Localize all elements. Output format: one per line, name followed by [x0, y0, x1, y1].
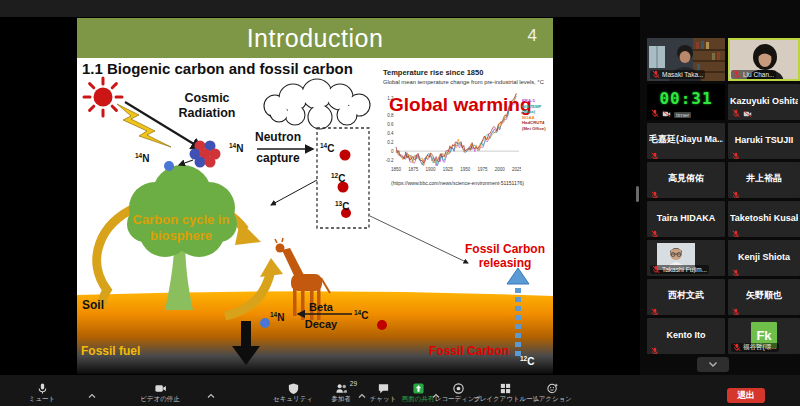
participant-name: Liu Chan...	[743, 71, 774, 78]
participant-tile[interactable]: Haruki TSUJII	[728, 123, 800, 159]
svg-text:1850: 1850	[391, 167, 402, 172]
participant-tile[interactable]: 毛嘉廷(Jiayu Ma...	[647, 123, 725, 159]
tile-status-icons	[651, 186, 659, 195]
participant-tile[interactable]: Fk福谷哲(環...	[728, 318, 800, 354]
participant-tile[interactable]: 高見侑佑	[647, 162, 725, 198]
cloud-icon	[264, 79, 370, 129]
participant-tile[interactable]: 矢野順也	[728, 279, 800, 315]
isotope-14C-label: 14C	[320, 142, 334, 154]
tile-status-icons	[651, 303, 659, 312]
participant-name: 高見侑佑	[649, 172, 723, 185]
participant-tile[interactable]: Liu Chan...	[728, 38, 800, 81]
isotope-12C-label: 12C	[520, 355, 534, 367]
tile-status-icons	[651, 225, 659, 234]
participant-name: Taira HIDAKA	[649, 213, 723, 223]
shield-icon	[287, 382, 300, 395]
timer-display: 00:31	[647, 89, 725, 108]
muted-mic-icon	[651, 230, 659, 237]
svg-text:1900: 1900	[426, 167, 437, 172]
muted-mic-icon	[651, 191, 659, 198]
svg-text:1950: 1950	[460, 167, 471, 172]
window-top-bar	[0, 0, 640, 17]
muted-mic-icon	[732, 308, 740, 315]
participant-name: Kenji Shiota	[730, 252, 798, 262]
carbon-cycle-label: Carbon cycle in biosphere	[122, 212, 240, 243]
muted-mic-icon	[651, 308, 659, 315]
muted-mic-icon	[652, 70, 660, 79]
participant-name: Masaki Taka...	[662, 71, 703, 78]
muted-mic-icon	[732, 152, 740, 159]
beta-decay-label-1: Beta	[299, 301, 343, 313]
participants-panel: Masaki Taka...Liu Chan...00:31timerKazuy…	[640, 0, 800, 375]
isotope-14N-label: 14N	[135, 152, 149, 164]
fossil-carbon-label: Fossil Carbon	[429, 344, 509, 358]
svg-text:2025: 2025	[512, 167, 521, 172]
participant-tile[interactable]: 00:31timer	[647, 84, 725, 120]
participant-name: Takashi Fujim...	[662, 266, 707, 273]
more-participants-button[interactable]	[697, 357, 729, 372]
svg-text:1925: 1925	[443, 167, 454, 172]
neutron-capture-label-2: capture	[247, 151, 309, 165]
participant-name: 西村文武	[649, 289, 723, 302]
participants-scrollbar[interactable]	[636, 186, 639, 202]
tile-status-icons: timer	[651, 109, 691, 118]
participant-tile[interactable]: Masaki Taka...	[647, 38, 725, 81]
global-warming-annotation: Global warming	[389, 94, 532, 116]
isotope-14C-label: 14C	[354, 309, 368, 321]
chart-source-url: (https://www.bbc.com/news/science-enviro…	[391, 180, 524, 186]
beta-decay-label-2: Decay	[296, 318, 346, 330]
participant-tile[interactable]: Takashi Fujim...	[647, 240, 725, 276]
tile-status-icons	[732, 186, 740, 195]
participant-tile[interactable]: Kazuyuki Oshita...	[728, 84, 800, 120]
participant-name: Kento Ito	[649, 330, 723, 340]
toolbar-item-reactions[interactable]: リアクション	[520, 381, 584, 404]
chevron-up-icon[interactable]	[88, 385, 96, 391]
toolbar-item-mic[interactable]: ミュート	[10, 381, 74, 404]
participant-name: 矢野順也	[730, 289, 798, 302]
tile-status-icons	[732, 225, 740, 234]
slide-page-number: 4	[528, 26, 537, 46]
slide-heading: 1.1 Biogenic carbon and fossil carbon	[82, 60, 353, 77]
participant-tile[interactable]: 西村文武	[647, 279, 725, 315]
chevron-up-icon[interactable]	[432, 385, 440, 391]
chart-subtitle: Global mean temperature change from pre-…	[383, 79, 544, 85]
participant-tile[interactable]: Kenji Shiota	[728, 240, 800, 276]
svg-text:0: 0	[391, 149, 394, 154]
muted-mic-icon	[733, 343, 741, 352]
tile-status-icons	[651, 342, 659, 351]
fossil-carbon-releasing-label: Fossil Carbon releasing	[455, 242, 555, 271]
participant-name: Haruki TSUJII	[730, 135, 798, 145]
participant-name-chip: Liu Chan...	[731, 70, 776, 79]
participant-name: 毛嘉廷(Jiayu Ma...	[649, 133, 723, 146]
reactions-icon	[546, 382, 559, 395]
svg-text:-0.2: -0.2	[386, 158, 394, 163]
chart-title: Temperature rise since 1850	[383, 68, 483, 77]
chevron-up-icon[interactable]	[207, 385, 215, 391]
participant-tile[interactable]: 井上裕晶	[728, 162, 800, 198]
chart-legend: ERA-5GISTEMP (Nasa)NOAAHadCRUT4 (Met Off…	[522, 98, 552, 131]
svg-text:2000: 2000	[495, 167, 506, 172]
toolbar-item-video[interactable]: ビデオの停止	[128, 381, 192, 404]
temperature-chart: Temperature rise since 1850 Global mean …	[381, 68, 553, 194]
participant-name: 福谷哲(環...	[743, 343, 777, 352]
participant-tile[interactable]: Kento Ito	[647, 318, 725, 354]
svg-text:1875: 1875	[408, 167, 419, 172]
breakout-rooms-icon	[499, 382, 512, 395]
muted-mic-icon	[652, 265, 660, 274]
toolbar-label: ビデオの停止	[128, 395, 192, 404]
mic-icon	[36, 382, 49, 395]
muted-mic-icon	[732, 109, 740, 118]
toolbar-label: ミュート	[10, 395, 74, 404]
svg-text:0.6: 0.6	[387, 122, 394, 127]
legend-entry: HadCRUT4 (Met Office)	[522, 120, 552, 131]
isotope-12C-label: 12C	[331, 172, 345, 184]
leave-meeting-button[interactable]: 退出	[727, 388, 765, 403]
isotope-14N-label: 14N	[229, 142, 243, 154]
tile-status-icons	[732, 109, 752, 118]
sun-icon	[84, 78, 122, 116]
participant-tile[interactable]: Taketoshi Kusak...	[728, 201, 800, 237]
participant-tile[interactable]: Taira HIDAKA	[647, 201, 725, 237]
chevron-down-icon	[708, 361, 718, 368]
chevron-up-icon[interactable]	[358, 385, 366, 391]
slide-title: Introduction	[77, 18, 553, 58]
